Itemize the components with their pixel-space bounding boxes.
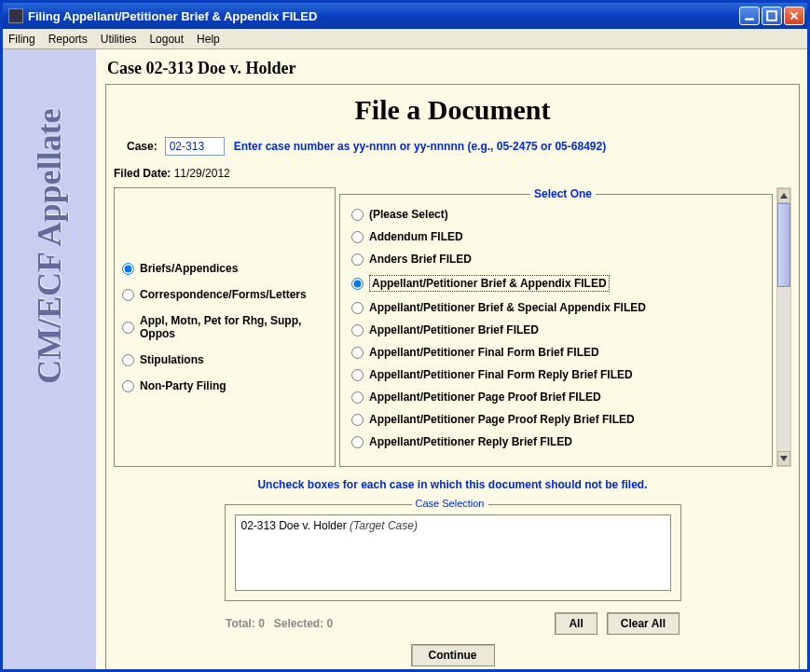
main-panel: Case 02-313 Doe v. Holder File a Documen… <box>96 49 807 669</box>
sidebar: CM/ECF Appellate <box>3 49 96 669</box>
doctype-radio[interactable] <box>351 278 364 290</box>
category-radio[interactable] <box>122 289 134 301</box>
case-hint: Enter case number as yy-nnnn or yy-nnnnn… <box>234 140 606 153</box>
continue-button[interactable]: Continue <box>411 644 495 666</box>
doctype-radio[interactable] <box>351 231 364 243</box>
app-window: Filing Appellant/Petitioner Brief & Appe… <box>0 0 810 672</box>
filed-date-label: Filed Date: <box>114 167 171 180</box>
category-panel: Briefs/Appendices Correspondence/Forms/L… <box>114 187 336 467</box>
menu-help[interactable]: Help <box>197 33 220 46</box>
window-controls <box>739 7 804 25</box>
window-title: Filing Appellant/Petitioner Brief & Appe… <box>28 9 739 23</box>
doctype-radio[interactable] <box>351 209 364 221</box>
minimize-button[interactable] <box>739 7 760 25</box>
scroll-track-space[interactable] <box>777 287 790 451</box>
chevron-down-icon <box>780 456 788 461</box>
doctype-panel-wrap: Select One (Please Select) Addendum FILE… <box>339 187 791 467</box>
doctype-radio[interactable] <box>351 391 364 404</box>
sidebar-brand: CM/ECF Appellate <box>30 83 69 409</box>
doctype-final-form-brief[interactable]: Appellant/Petitioner Final Form Brief FI… <box>351 346 761 359</box>
selected-value: 0 <box>327 617 334 630</box>
doctype-anders[interactable]: Anders Brief FILED <box>351 253 761 266</box>
doctype-label: Appellant/Petitioner Brief FILED <box>369 323 539 336</box>
doctype-label: Appellant/Petitioner Final Form Reply Br… <box>369 368 633 381</box>
doctype-radio[interactable] <box>351 302 364 314</box>
category-radio[interactable] <box>122 263 134 275</box>
doctype-legend: Select One <box>530 187 596 200</box>
scroll-down-button[interactable] <box>777 451 790 466</box>
totals-row: Total: 0 Selected: 0 All Clear All <box>226 612 680 635</box>
doctype-radio[interactable] <box>351 369 364 381</box>
form-frame: File a Document Case: Enter case number … <box>105 84 800 669</box>
case-selection-entry: 02-313 Doe v. Holder <box>241 519 347 532</box>
chevron-up-icon <box>780 193 788 199</box>
doctype-radio[interactable] <box>351 436 364 448</box>
titlebar: Filing Appellant/Petitioner Brief & Appe… <box>3 3 807 29</box>
selection-panels: Briefs/Appendices Correspondence/Forms/L… <box>114 187 791 467</box>
category-stipulations[interactable]: Stipulations <box>122 353 327 366</box>
app-icon <box>8 8 23 23</box>
category-correspondence[interactable]: Correspondence/Forms/Letters <box>122 288 327 301</box>
doctype-label: Anders Brief FILED <box>369 253 472 266</box>
maximize-button[interactable] <box>762 7 782 25</box>
selected-label: Selected: <box>274 617 323 630</box>
doctype-appellant-brief-appendix[interactable]: Appellant/Petitioner Brief & Appendix FI… <box>351 275 761 292</box>
doctype-page-proof-reply[interactable]: Appellant/Petitioner Page Proof Reply Br… <box>351 413 761 426</box>
page-heading: File a Document <box>114 94 791 126</box>
doctype-list: (Please Select) Addendum FILED Anders Br… <box>344 206 768 450</box>
doctype-final-form-reply[interactable]: Appellant/Petitioner Final Form Reply Br… <box>351 368 761 381</box>
svg-rect-1 <box>767 11 776 21</box>
category-radio[interactable] <box>122 380 134 392</box>
doctype-appellant-special-appendix[interactable]: Appellant/Petitioner Brief & Special App… <box>351 301 761 314</box>
doctype-label: Appellant/Petitioner Page Proof Reply Br… <box>369 413 635 426</box>
close-button[interactable] <box>784 7 804 25</box>
doctype-reply-brief[interactable]: Appellant/Petitioner Reply Brief FILED <box>351 435 761 448</box>
doctype-label: Appellant/Petitioner Page Proof Brief FI… <box>369 391 601 404</box>
menu-reports[interactable]: Reports <box>48 33 88 46</box>
doctype-radio[interactable] <box>351 324 364 336</box>
category-label: Non-Party Filing <box>140 379 227 392</box>
scroll-up-button[interactable] <box>777 188 790 203</box>
svg-marker-5 <box>780 456 788 461</box>
total-value: 0 <box>258 617 265 630</box>
continue-row: Continue <box>114 644 791 666</box>
doctype-label: Appellant/Petitioner Brief & Appendix FI… <box>369 275 610 292</box>
case-number-input[interactable] <box>165 137 225 156</box>
clear-all-button[interactable]: Clear All <box>607 612 680 635</box>
content-area: CM/ECF Appellate Case 02-313 Doe v. Hold… <box>3 49 807 669</box>
category-appl-motn[interactable]: Appl, Motn, Pet for Rhg, Supp, Oppos <box>122 314 327 340</box>
minimize-icon <box>744 10 755 21</box>
category-label: Appl, Motn, Pet for Rhg, Supp, Oppos <box>140 314 327 340</box>
category-label: Correspondence/Forms/Letters <box>140 288 307 301</box>
doctype-radio[interactable] <box>351 347 364 359</box>
doctype-please-select[interactable]: (Please Select) <box>351 208 761 221</box>
case-selection-list[interactable]: 02-313 Doe v. Holder (Target Case) <box>235 514 671 591</box>
doctype-addendum[interactable]: Addendum FILED <box>351 230 761 243</box>
category-radio[interactable] <box>122 322 134 334</box>
category-briefs[interactable]: Briefs/Appendices <box>122 262 327 275</box>
category-radio[interactable] <box>122 354 134 366</box>
category-nonparty[interactable]: Non-Party Filing <box>122 379 327 392</box>
menu-filing[interactable]: Filing <box>8 33 35 46</box>
case-label: Case: <box>127 140 158 153</box>
doctype-label: Appellant/Petitioner Reply Brief FILED <box>369 435 572 448</box>
select-all-button[interactable]: All <box>555 612 597 635</box>
svg-marker-4 <box>780 193 788 199</box>
scroll-thumb[interactable] <box>777 203 790 287</box>
menu-utilities[interactable]: Utilities <box>101 33 137 46</box>
case-selection-fieldset: Case Selection 02-313 Doe v. Holder (Tar… <box>225 504 681 601</box>
scrollbar[interactable] <box>776 187 791 467</box>
filed-date-value: 11/29/2012 <box>174 167 230 180</box>
doctype-appellant-brief[interactable]: Appellant/Petitioner Brief FILED <box>351 323 761 336</box>
category-label: Stipulations <box>140 353 204 366</box>
filed-date-row: Filed Date: 11/29/2012 <box>114 167 791 180</box>
menubar: Filing Reports Utilities Logout Help <box>3 29 807 49</box>
doctype-panel: Select One (Please Select) Addendum FILE… <box>339 187 773 467</box>
doctype-label: Addendum FILED <box>369 230 463 243</box>
doctype-radio[interactable] <box>351 414 364 426</box>
case-selection-legend: Case Selection <box>412 498 488 509</box>
case-title: Case 02-313 Doe v. Holder <box>105 55 800 84</box>
doctype-radio[interactable] <box>351 254 364 266</box>
doctype-page-proof-brief[interactable]: Appellant/Petitioner Page Proof Brief FI… <box>351 391 761 404</box>
menu-logout[interactable]: Logout <box>149 33 184 46</box>
